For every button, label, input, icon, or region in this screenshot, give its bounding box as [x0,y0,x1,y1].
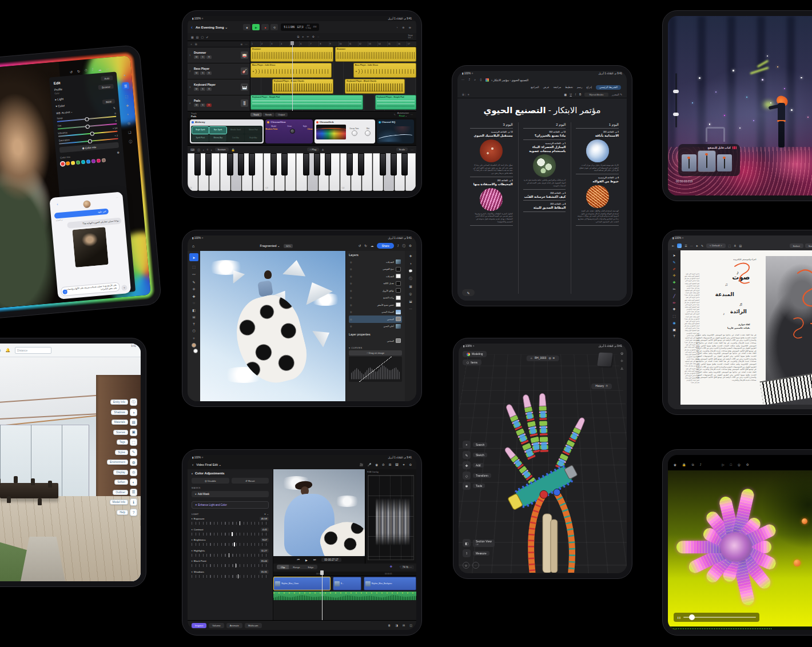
transform-icon[interactable]: ⬚ [729,244,731,247]
media-icon[interactable]: 🖼 [395,463,399,466]
color-channel-dot[interactable] [91,159,95,163]
style-value[interactable]: Clean [307,128,312,134]
cursor-icon[interactable]: ➤ [696,244,698,247]
shape-tool[interactable]: ⬡ [192,329,195,333]
octave-down-icon[interactable]: ‹ [203,148,204,151]
region[interactable]: Bass Player - Indie Disco [250,63,332,78]
frame-thumbnail[interactable] [717,154,732,171]
more-icon[interactable]: ⋯ [245,42,248,46]
play-icon[interactable]: ▶ [305,558,308,562]
scopes-icon[interactable]: ⊞ [389,463,392,466]
track-row[interactable]: 4PadsMSR🎛 [188,95,250,111]
panel-icon[interactable]: ⧈ [241,42,242,46]
modeling-button[interactable]: Modeling [463,351,487,357]
viewer-zoom[interactable]: 74 % ⋯ [400,565,414,569]
alchemy-preset[interactable]: Epic Synth [209,127,226,134]
mode-clip[interactable]: Clip [277,565,289,569]
scissors-icon[interactable]: ✂ [307,35,309,39]
fcp-slider[interactable]: ◐ Black Point15.44 [192,559,269,567]
timeline-playhead[interactable] [322,570,323,620]
sidebar-item-display[interactable]: Display◎ [113,469,137,476]
alchemy-preset[interactable]: Metallic Swell [227,127,244,134]
fcp-slider[interactable]: ◐ Shadows15.31 [192,570,269,578]
track-row[interactable]: 2Bass PlayerMSR🎸 [188,63,250,79]
slider-knob[interactable] [85,124,90,129]
tool-sketch[interactable]: ✎Sketch [463,451,491,459]
photoshop-canvas[interactable] [200,251,345,401]
record-enable-button[interactable]: R [206,87,212,91]
reset-button[interactable]: ↺ Reset [232,478,269,484]
ribbon-tab[interactable]: تخطيط [565,86,573,89]
highlight-icon[interactable]: ▆ [564,93,567,96]
slider-ticks[interactable] [192,575,269,578]
mute-button[interactable]: M [194,55,199,59]
piano-black-key[interactable] [194,153,201,175]
editor-button[interactable]: ✎ المحرر [612,93,622,96]
slider-ticks[interactable] [192,543,269,546]
plugin-channel-eq[interactable]: Channel EQ [377,119,415,143]
adjustments-icon[interactable]: ◑ [409,262,411,265]
foreground-color[interactable] [192,343,196,348]
settings-icon[interactable]: ⚙ [746,463,749,466]
piano-black-key[interactable] [238,153,244,175]
piano-black-key[interactable] [249,153,255,175]
color-channel-dot[interactable] [86,159,90,163]
arpeggio-icon[interactable]: ✛ [321,148,324,151]
layer-row[interactable]: السماء اليمنى◎ [349,309,402,316]
transform-tool[interactable]: ⬚ [192,265,196,269]
tool-icon[interactable]: ❖ [672,307,675,311]
bw-button[interactable]: B&W [102,99,116,105]
sidebar-icon[interactable]: ⬚ [130,438,137,446]
add-attachment-button[interactable]: + [121,285,128,291]
mode-range[interactable]: Range [289,565,304,569]
connect-icon[interactable]: ✥ [390,565,392,568]
sidebar-icon[interactable]: ▣ [130,429,137,436]
window-controls-icon[interactable]: ⋯ [116,196,118,199]
audio-track[interactable] [273,592,416,600]
fill-tool[interactable]: ◧ [192,308,196,312]
ribbon-tab[interactable]: إدراج [586,86,592,89]
video-viewer[interactable] [273,469,365,556]
split-icon[interactable]: ◫ [197,148,200,151]
titlebar-icons[interactable]: ⋯ ⤴ ⌕ ▯ [461,78,483,82]
mute-button[interactable]: M [194,71,199,75]
snap-setting[interactable]: Snap1/4 ⌄ [408,35,413,39]
comments-icon[interactable]: 💬 [409,269,413,273]
export-icon[interactable]: ⤴ [397,244,399,247]
ribbon-tab[interactable]: المراجع [531,86,539,89]
slider-knob[interactable] [90,131,94,136]
header-icons[interactable]: ◔ ⊜ ⊖ [396,26,413,29]
layer-visibility-icon[interactable]: ◎ [350,267,352,270]
sidebar-item-model-info[interactable]: Model Infoℹ [110,498,137,506]
items-button[interactable]: ⬡Items [463,360,481,365]
inspector-tab[interactable]: Output [275,113,288,117]
curves-section[interactable]: ▾ CURVES [349,346,402,349]
layer-row[interactable]: خفض تشبع الأصفر◎ [349,301,402,309]
minimize-icon[interactable]: ⊖ [409,463,412,466]
record-icon[interactable]: ◉ [375,463,378,466]
layer-visibility-icon[interactable]: ◎ [350,282,352,285]
layer-visibility-icon[interactable]: ◎ [350,275,352,278]
sidebar-item-styles[interactable]: Styles✎ [115,449,137,456]
sidebar-item-outliner[interactable]: Outliner☰ [113,489,137,496]
layer-visibility-icon[interactable]: ◎ [350,303,352,306]
crop-icon[interactable]: ⬚ [125,94,128,98]
masking-icon[interactable]: ◐ [127,113,129,116]
alchemy-preset[interactable]: Bright Arp [245,134,262,142]
sidebar-item-shadows[interactable]: Shadows◑ [111,409,137,416]
edit-icon[interactable]: ☰ [122,82,129,90]
distance-input[interactable]: Distance [15,347,51,354]
slider-knob[interactable] [85,117,89,121]
zoom-level[interactable]: 34% [284,244,293,248]
decay-knob[interactable] [352,130,357,136]
sidebar-icon[interactable]: ℹ [130,498,137,506]
automation-mode[interactable]: AutomationRead ⌄ [397,112,409,117]
playhead[interactable] [292,41,293,111]
sidebar-icon[interactable]: ? [130,509,137,516]
layer-visibility-icon[interactable]: ◎ [350,325,352,328]
layer-row[interactable]: تعديل الكلية◎ [349,280,402,287]
mute-button[interactable]: M [194,87,199,91]
document-pill[interactable]: ⌂ RH_0003 ◎ ⊖ [527,351,559,361]
lock-icon[interactable]: 🔒 [682,463,686,466]
tool-icon[interactable]: ◉ [672,321,675,325]
